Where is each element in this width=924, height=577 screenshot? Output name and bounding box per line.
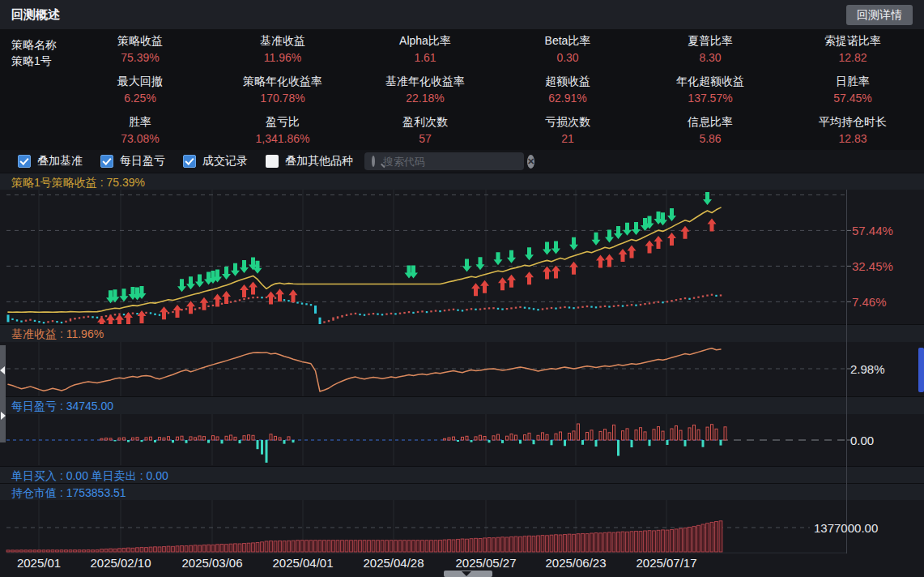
strategy-name-value: 策略1号 bbox=[11, 53, 57, 69]
x-tick-4: 2025/04/28 bbox=[363, 556, 424, 570]
strategy-return-chart[interactable] bbox=[0, 190, 924, 324]
chart-toolbar: 叠加基准 每日盈亏 成交记录 叠加其他品种 ✕ bbox=[0, 150, 924, 173]
stat-profit-loss-ratio: 盈亏比1,341.86% bbox=[211, 109, 354, 150]
position-value-chart[interactable] bbox=[0, 500, 924, 553]
stat-sortino: 索提诺比率12.82 bbox=[781, 29, 924, 70]
strategy-panel-title: 策略1号策略收益 : 75.39% bbox=[0, 173, 924, 190]
x-tick-6: 2025/06/23 bbox=[545, 556, 606, 570]
benchmark-title-label: 基准收益 bbox=[11, 327, 57, 340]
checkbox-overlay-benchmark[interactable]: 叠加基准 bbox=[18, 154, 83, 169]
axis-label-7: 7.46% bbox=[852, 295, 887, 309]
stat-max-drawdown: 最大回撤6.25% bbox=[69, 70, 211, 110]
search-icon bbox=[372, 156, 375, 167]
x-tick-0: 2025/01 bbox=[17, 556, 61, 570]
expand-right-icon[interactable] bbox=[1, 412, 6, 420]
daily-pnl-chart[interactable] bbox=[0, 414, 924, 465]
axis-label-zero: 0.00 bbox=[850, 434, 874, 447]
stats-grid: 策略收益75.39% 基准收益11.96% Alpha比率1.61 Beta比率… bbox=[69, 29, 924, 150]
checkbox-box-3[interactable] bbox=[266, 155, 279, 168]
chevron-down-icon bbox=[462, 571, 471, 576]
stats-overview: 策略名称 策略1号 策略收益75.39% 基准收益11.96% Alpha比率1… bbox=[0, 29, 924, 150]
daily-buy-label: 单日买入 bbox=[11, 469, 57, 482]
daily-pnl-title-label: 每日盈亏 bbox=[11, 400, 57, 412]
checkbox-overlay-other[interactable]: 叠加其他品种 bbox=[266, 154, 353, 169]
search-input[interactable] bbox=[381, 155, 527, 169]
strategy-title-label: 策略1号策略收益 bbox=[11, 176, 97, 189]
daily-sell-label: 单日卖出 bbox=[92, 469, 137, 482]
stat-win-rate: 胜率73.08% bbox=[69, 109, 211, 150]
daily-pnl-panel-title: 每日盈亏 : 34745.00 bbox=[0, 396, 924, 414]
strategy-name-label: 策略名称 bbox=[11, 36, 57, 53]
axis-label-bench: 2.98% bbox=[850, 362, 885, 376]
stat-annual-return: 策略年化收益率170.78% bbox=[211, 70, 354, 110]
x-tick-3: 2025/04/01 bbox=[272, 556, 333, 570]
checkbox-box-2[interactable] bbox=[183, 155, 196, 168]
stat-strategy-return: 策略收益75.39% bbox=[69, 29, 211, 70]
right-axis-line bbox=[846, 190, 847, 553]
checkbox-trade-records[interactable]: 成交记录 bbox=[183, 154, 248, 169]
axis-label-32: 32.45% bbox=[852, 259, 893, 273]
stat-benchmark-return: 基准收益11.96% bbox=[211, 29, 354, 70]
stat-avg-holding-period: 平均持仓时长12.83 bbox=[781, 109, 924, 150]
strategy-title-value: 75.39% bbox=[106, 176, 144, 189]
checkbox-box-1[interactable] bbox=[100, 155, 113, 168]
stat-benchmark-annual-return: 基准年化收益率22.18% bbox=[354, 70, 496, 110]
collapse-left-icon[interactable] bbox=[0, 366, 5, 374]
daily-sell-value: 0.00 bbox=[146, 469, 168, 482]
benchmark-panel-title: 基准收益 : 11.96% bbox=[0, 324, 924, 342]
x-tick-2: 2025/03/06 bbox=[181, 556, 242, 570]
backtest-app: 回测概述 回测详情 策略名称 策略1号 策略收益75.39% 基准收益11.96… bbox=[0, 0, 924, 577]
stat-excess-return: 超额收益62.91% bbox=[496, 70, 639, 110]
position-panel-title: 持仓市值 : 1753853.51 bbox=[0, 483, 924, 500]
benchmark-title-value: 11.96% bbox=[66, 327, 104, 340]
stat-beta: Beta比率0.30 bbox=[496, 29, 639, 70]
axis-label-position: 1377000.00 bbox=[814, 521, 878, 535]
vertical-scrollbar-thumb[interactable] bbox=[918, 348, 924, 392]
horizontal-scrollbar-thumb[interactable] bbox=[444, 571, 492, 577]
daily-pnl-title-value: 34745.00 bbox=[66, 400, 113, 412]
strategy-name-block: 策略名称 策略1号 bbox=[11, 36, 57, 69]
stat-win-count: 盈利次数57 bbox=[354, 109, 496, 150]
pane-splitter[interactable] bbox=[0, 345, 6, 442]
stat-sharpe: 夏普比率8.30 bbox=[639, 29, 781, 70]
page-title: 回测概述 bbox=[11, 7, 60, 23]
symbol-search-box[interactable]: ✕ bbox=[364, 152, 524, 170]
x-tick-7: 2025/07/17 bbox=[636, 556, 696, 570]
position-title-value: 1753853.51 bbox=[66, 486, 126, 499]
clear-search-icon[interactable]: ✕ bbox=[527, 155, 534, 169]
backtest-detail-button[interactable]: 回测详情 bbox=[846, 5, 913, 25]
benchmark-return-chart[interactable] bbox=[0, 342, 924, 396]
header: 回测概述 回测详情 bbox=[0, 0, 924, 29]
x-tick-5: 2025/05/27 bbox=[455, 556, 516, 570]
stat-annual-excess-return: 年化超额收益137.57% bbox=[639, 70, 781, 110]
stat-alpha: Alpha比率1.61 bbox=[354, 29, 496, 70]
stat-daily-win-rate: 日胜率57.45% bbox=[781, 70, 924, 110]
position-title-label: 持仓市值 bbox=[11, 486, 57, 499]
trade-panel-title: 单日买入 : 0.00 单日卖出 : 0.00 bbox=[0, 466, 924, 483]
axis-label-57: 57.44% bbox=[852, 224, 893, 237]
daily-buy-value: 0.00 bbox=[66, 469, 88, 482]
stat-loss-count: 亏损次数21 bbox=[496, 109, 639, 150]
stat-information-ratio: 信息比率5.86 bbox=[639, 109, 781, 150]
checkbox-box-0[interactable] bbox=[18, 155, 31, 168]
x-tick-1: 2025/02/10 bbox=[90, 556, 151, 570]
checkbox-daily-pnl[interactable]: 每日盈亏 bbox=[100, 154, 165, 169]
